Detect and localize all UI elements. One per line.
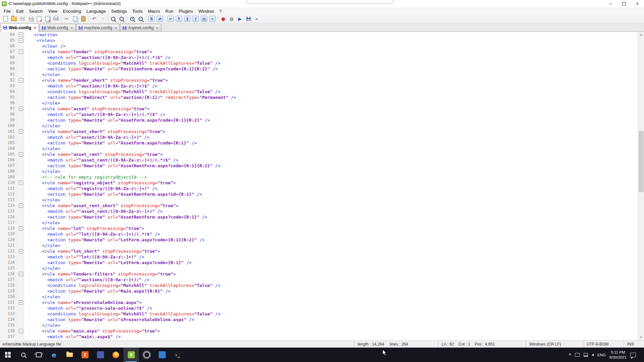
line-number[interactable]: 116 [0, 214, 18, 220]
code-line[interactable]: 130 </rule> [0, 294, 638, 300]
menu-item-window[interactable]: Window [196, 7, 217, 15]
line-number[interactable]: 92 [0, 77, 18, 83]
code-line[interactable]: 137 <match url="^main\.aspx$" /> [0, 334, 638, 340]
run-macro-multiple-button[interactable]: » [253, 15, 261, 22]
code-line[interactable]: 84− <rewrite> [0, 32, 638, 38]
scroll-down-arrow-icon[interactable]: ▼ [638, 335, 644, 340]
tab-close-icon[interactable]: × [115, 26, 117, 30]
orange-z-app-taskbar-button[interactable]: Z [77, 348, 93, 362]
code-line[interactable]: 111 <match url="^registry/([0-9A-Za-z\-]… [0, 186, 638, 191]
save-all-button[interactable] [26, 15, 35, 22]
code-line[interactable]: 89 <conditions logicalGrouping="MatchAll… [0, 60, 638, 66]
line-number[interactable]: 126 [0, 271, 18, 277]
sync-vertical-scroll-button[interactable]: ⇅ [147, 15, 156, 22]
menu-item-language[interactable]: Language [84, 7, 109, 15]
sync-horizontal-scroll-button[interactable]: ⇄ [156, 15, 164, 22]
code-line[interactable]: 132 <match url="^prozorro-sale-online/?$… [0, 305, 638, 311]
code-line[interactable]: 116 <action type="Rewrite" url="AssetRen… [0, 214, 638, 220]
touch-keyboard-icon[interactable] [575, 353, 580, 357]
line-number[interactable]: 94 [0, 89, 18, 95]
code-line[interactable]: 124 <action type="Rewrite" url="LotForm.… [0, 260, 638, 265]
code-line[interactable]: 129 <action type="Rewrite" url="Main.asp… [0, 288, 638, 294]
line-number[interactable]: 135 [0, 322, 18, 328]
fold-marker[interactable]: − [19, 78, 23, 82]
code-line[interactable]: 91 </rule> [0, 72, 638, 77]
tab-close-icon[interactable]: × [156, 26, 159, 30]
blue-app-taskbar-button[interactable] [93, 348, 108, 362]
tab-web-config[interactable]: Web.config× [39, 24, 76, 32]
fold-marker[interactable]: − [19, 329, 23, 333]
fold-marker[interactable]: − [19, 300, 23, 305]
command-prompt-taskbar-button[interactable]: ›_ [170, 348, 185, 362]
line-number[interactable]: 117 [0, 220, 18, 226]
code-line[interactable]: 102 <match url="^asset/([0-9A-Za-z\-]+)"… [0, 134, 638, 140]
line-number[interactable]: 110 [0, 180, 18, 186]
fold-marker[interactable]: − [19, 249, 23, 253]
line-number[interactable]: 130 [0, 294, 18, 300]
find-button[interactable] [109, 15, 117, 22]
save-macro-button[interactable] [244, 15, 253, 22]
fold-marker[interactable]: − [19, 50, 23, 54]
hidden-icons-chevron-icon[interactable]: ^ [569, 353, 571, 357]
undo-button[interactable]: ↶ [90, 15, 98, 22]
minimize-button[interactable] [604, 0, 617, 7]
zoom-out-button[interactable] [137, 15, 145, 22]
line-number[interactable]: 84 [0, 32, 18, 38]
fold-marker[interactable]: − [19, 129, 23, 134]
code-line[interactable]: 131− <rule name="sProzorroSaleOnline.asp… [0, 300, 638, 305]
code-line[interactable]: 86 <clear /> [0, 43, 638, 49]
line-number[interactable]: 90 [0, 66, 18, 72]
play-macro-button[interactable]: ▶ [236, 15, 244, 22]
code-line[interactable]: 85− <rules> [0, 38, 638, 43]
replace-button[interactable] [117, 15, 126, 22]
file-explorer-taskbar-button[interactable] [62, 348, 77, 362]
blue-monitor-app-taskbar-button[interactable] [154, 348, 170, 362]
tab-machine-config[interactable]: machine.config× [76, 24, 120, 32]
code-line[interactable]: 134 <action type="Rewrite" url="sProzorr… [0, 317, 638, 322]
line-number[interactable]: 120 [0, 237, 18, 243]
menu-item-settings[interactable]: Settings [109, 7, 130, 15]
new-file-button[interactable] [1, 15, 10, 22]
settings-gear-taskbar-button[interactable] [139, 348, 154, 362]
line-number[interactable]: 108 [0, 169, 18, 174]
vertical-scrollbar[interactable]: ▲ ▼ [638, 32, 644, 340]
fold-marker[interactable]: − [19, 226, 23, 231]
code-line[interactable]: 97− <rule name="asset" stopProcessing="t… [0, 106, 638, 112]
code-line[interactable]: 123 <match url="^lot/([0-9A-Za-z\-]+)" /… [0, 254, 638, 260]
code-line[interactable]: 118− <rule name="lot" stopProcessing="tr… [0, 226, 638, 231]
code-line[interactable]: 136− <rule name="main.aspx" stopProcessi… [0, 328, 638, 334]
code-line[interactable]: 92− <rule name="Tender_short" stopProces… [0, 77, 638, 83]
line-number[interactable]: 134 [0, 317, 18, 322]
line-number[interactable]: 91 [0, 72, 18, 77]
start-button[interactable] [0, 348, 15, 362]
code-line[interactable]: 104 </rule> [0, 146, 638, 152]
save-button[interactable] [18, 15, 26, 22]
code-line[interactable]: 127 <match url="^auctions/([0-9a-z-]+)/"… [0, 277, 638, 283]
line-number[interactable]: 99 [0, 117, 18, 123]
line-number[interactable]: 113 [0, 197, 18, 203]
menu-item-help[interactable]: ? [217, 7, 224, 15]
line-number[interactable]: 97 [0, 106, 18, 112]
line-number[interactable]: 125 [0, 265, 18, 271]
scrollbar-thumb[interactable] [639, 131, 644, 192]
copy-button[interactable] [71, 15, 79, 22]
code-line[interactable]: 133 <conditions logicalGrouping="MatchAl… [0, 311, 638, 317]
zoom-in-button[interactable] [128, 15, 137, 22]
menu-item-file[interactable]: File [1, 7, 13, 15]
show-all-characters-button[interactable]: ¶ [175, 15, 183, 22]
code-line[interactable]: 108 </rule> [0, 169, 638, 174]
line-number[interactable]: 104 [0, 146, 18, 152]
stop-macro-button[interactable]: ■ [227, 15, 236, 22]
open-file-button[interactable] [10, 15, 18, 22]
menu-item-run[interactable]: Run [163, 7, 176, 15]
code-line[interactable]: 94 <conditions logicalGrouping="MatchAll… [0, 89, 638, 95]
function-list-button[interactable]: ƒ [192, 15, 200, 22]
language-indicator[interactable]: ENG [597, 353, 606, 357]
network-icon[interactable] [584, 353, 588, 357]
line-number[interactable]: 88 [0, 55, 18, 60]
code-line[interactable]: 109 <!-- rule for empty registryObjectId… [0, 174, 638, 180]
code-line[interactable]: 107 <action type="Rewrite" url="AssetRen… [0, 163, 638, 169]
close-all-button[interactable] [43, 15, 52, 22]
taskbar-clock[interactable]: 5:11 PM 8/30/2021 [609, 350, 627, 360]
fold-marker[interactable]: − [19, 38, 23, 43]
